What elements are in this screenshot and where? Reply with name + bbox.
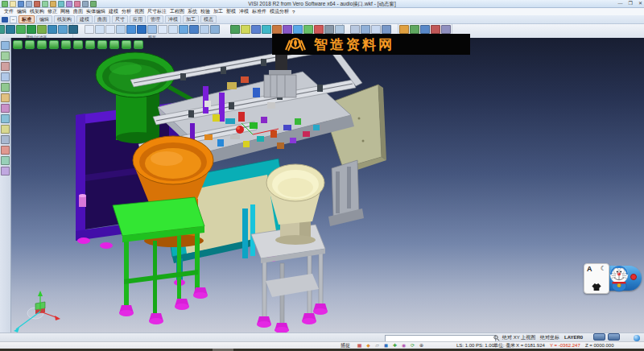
maximize-button[interactable]: ❐ — [629, 0, 633, 7]
filter-icon[interactable] — [6, 25, 15, 34]
pick-chain-icon[interactable] — [272, 25, 282, 34]
quick-view-icon-9[interactable] — [109, 40, 119, 49]
pick-poly-icon[interactable] — [303, 25, 313, 34]
quick-view-icon-6[interactable] — [73, 40, 83, 49]
status-button-2[interactable] — [608, 333, 620, 341]
ribbon-tab[interactable]: 模态 — [200, 15, 217, 23]
pick-last-icon[interactable] — [324, 25, 334, 34]
ribbon-tab[interactable]: 加工 — [183, 15, 199, 23]
menu-item[interactable]: 实体编辑 — [86, 8, 105, 15]
menu-item[interactable]: ? — [292, 10, 295, 14]
menu-item[interactable]: 加工 — [213, 8, 223, 15]
pick-face-icon[interactable] — [251, 25, 261, 34]
perspective-icon[interactable] — [158, 25, 167, 34]
workplane-reset-icon[interactable] — [382, 25, 391, 34]
left-tool-mirror-icon[interactable] — [1, 114, 10, 123]
pick-edge-icon[interactable] — [241, 25, 250, 34]
center-snap-icon[interactable]: ✚ — [392, 343, 398, 349]
menu-item[interactable]: 标准件 — [252, 8, 266, 15]
left-tool-select-icon[interactable] — [1, 41, 10, 50]
ribbon-tab[interactable]: 线架构 — [54, 15, 75, 23]
view-iso-icon[interactable] — [189, 25, 199, 34]
left-tool-point-icon[interactable] — [1, 83, 10, 92]
quick-view-icon-5[interactable] — [61, 40, 71, 49]
point-snap-icon[interactable]: ◆ — [365, 343, 371, 349]
zoom-fit-icon[interactable] — [95, 25, 105, 34]
menu-item[interactable]: 建模 — [109, 8, 118, 15]
pick-group-icon[interactable] — [283, 25, 292, 34]
quick-view-icon-7[interactable] — [85, 40, 95, 49]
menu-item[interactable]: 尺寸标注 — [147, 8, 167, 15]
pick-box-icon[interactable] — [293, 25, 303, 34]
pick-clear-icon[interactable] — [314, 25, 324, 34]
close-button[interactable]: ✕ — [638, 0, 642, 7]
hidden-line-icon[interactable] — [147, 25, 157, 34]
quick-view-icon-4[interactable] — [49, 40, 59, 49]
menu-item[interactable]: 系统 — [188, 8, 197, 15]
ribbon-tab[interactable]: 冲模 — [165, 15, 181, 23]
quick-view-icon-10[interactable] — [122, 40, 131, 49]
menu-item[interactable]: 文件 — [4, 8, 14, 15]
menu-item[interactable]: 曲面 — [73, 8, 83, 15]
globe-status-icon[interactable] — [634, 335, 640, 341]
menu-item[interactable]: 校验 — [200, 8, 210, 15]
ribbon-tab[interactable]: 建模 — [76, 15, 93, 23]
quick-view-icon-1[interactable] — [13, 40, 23, 49]
pick-body-icon[interactable] — [262, 25, 271, 34]
entity-snap-icon[interactable]: ◼ — [383, 343, 389, 349]
quick-view-icon-2[interactable] — [25, 40, 35, 49]
quick-view-icon-11[interactable] — [134, 40, 143, 49]
menu-item[interactable]: 视图 — [134, 8, 144, 15]
viewport-3d-canvas[interactable] — [11, 38, 644, 332]
layer-filter-icon[interactable] — [16, 25, 26, 34]
zoom-window-icon[interactable] — [105, 25, 115, 34]
rotate-view-icon[interactable] — [200, 25, 209, 34]
left-tool-move-icon[interactable] — [1, 125, 10, 134]
left-tool-measure-icon[interactable] — [1, 167, 10, 176]
shade-icon[interactable] — [126, 25, 136, 34]
view-top-icon[interactable] — [168, 25, 178, 34]
pick-point-icon[interactable] — [230, 25, 240, 34]
section-view-icon[interactable] — [210, 25, 220, 34]
end-snap-icon[interactable]: ◉ — [401, 343, 407, 349]
menu-item[interactable]: 编辑 — [17, 8, 27, 15]
ribbon-tab[interactable]: 曲面 — [94, 15, 110, 23]
ribbon-tab[interactable]: 应用 — [130, 15, 146, 23]
grid-snap-icon[interactable]: ▦ — [357, 343, 362, 349]
redraw-icon[interactable] — [85, 25, 94, 34]
quick-view-icon-8[interactable] — [97, 40, 107, 49]
menu-item[interactable]: 工程图 — [170, 8, 184, 15]
view-front-icon[interactable] — [179, 25, 188, 34]
mask-icon[interactable] — [47, 25, 57, 34]
menu-item[interactable]: 塑模 — [226, 8, 236, 15]
menu-item[interactable]: 线架构 — [30, 8, 44, 15]
crosshair-icon[interactable]: ⊕ — [419, 343, 424, 349]
menu-item[interactable]: 分析 — [122, 8, 131, 15]
left-tool-rotate-icon[interactable] — [1, 135, 10, 144]
status-button-1[interactable] — [593, 333, 605, 341]
left-tool-array-icon[interactable] — [1, 156, 10, 165]
workplane-align-icon[interactable] — [371, 25, 381, 34]
wireframe-icon[interactable] — [137, 25, 147, 34]
menu-item[interactable]: 修正 — [47, 8, 57, 15]
delete-icon[interactable] — [431, 25, 440, 34]
left-tool-arc-icon[interactable] — [1, 62, 10, 71]
left-tool-circle-icon[interactable] — [1, 72, 10, 81]
ribbon-tab[interactable]: 标准 — [19, 15, 35, 23]
menu-item[interactable]: 模流分析 — [270, 8, 289, 15]
search-icon[interactable] — [493, 335, 500, 341]
app-button-icon[interactable] — [2, 17, 8, 23]
refresh-icon[interactable]: ⟳ — [410, 343, 415, 349]
select-all-icon[interactable] — [58, 25, 68, 34]
ime-toolbar-widget[interactable]: A ☾ — [584, 262, 642, 295]
minimize-button[interactable]: — — [618, 0, 623, 7]
workplane-xy-icon[interactable] — [350, 25, 360, 34]
left-tool-offset-icon[interactable] — [1, 104, 10, 113]
menu-item[interactable]: 冲模 — [239, 8, 249, 15]
plane-snap-icon[interactable]: ▱ — [374, 343, 380, 349]
left-tool-scale-icon[interactable] — [1, 146, 10, 155]
pan-icon[interactable] — [116, 25, 126, 34]
layers-icon[interactable] — [420, 25, 430, 34]
database-icon[interactable] — [410, 25, 419, 34]
ribbon-tab[interactable]: 尺寸 — [112, 15, 128, 23]
